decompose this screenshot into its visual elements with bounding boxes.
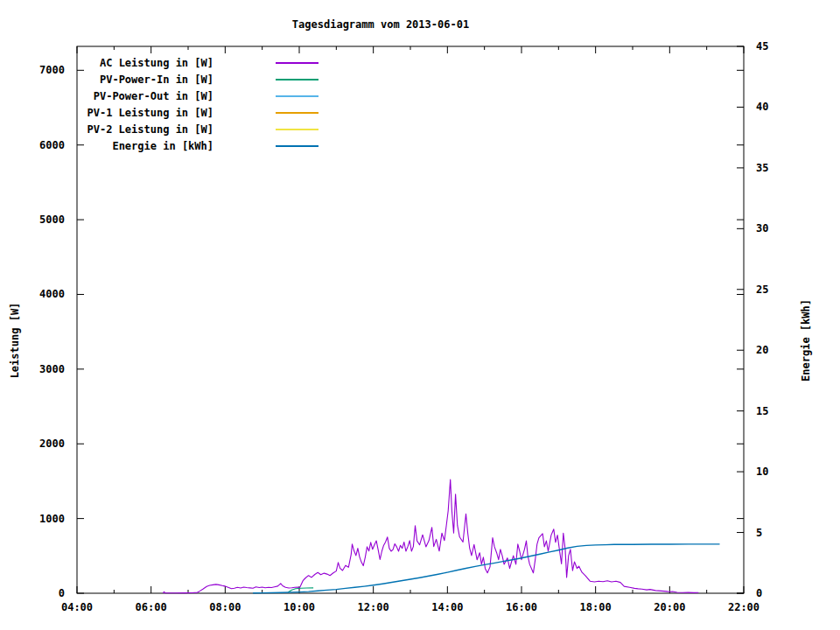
y-left-tick-label: 5000 (16, 213, 65, 227)
legend-label-pvin: PV-Power-In in [W] (52, 73, 214, 87)
legend-line-energie (276, 145, 318, 147)
legend-label-pvout: PV-Power-Out in [W] (52, 89, 214, 103)
legend-line-pvin (276, 79, 318, 80)
y-right-tick-label: 20 (756, 343, 791, 357)
legend-line-ac (276, 62, 318, 64)
y-left-tick-label: 4000 (16, 287, 65, 301)
y-left-tick-label: 0 (16, 586, 65, 600)
legend-line-pvout (276, 95, 318, 97)
x-tick-label: 14:00 (421, 600, 473, 614)
x-tick-label: 04:00 (51, 600, 103, 614)
x-tick-label: 10:00 (273, 600, 326, 614)
left-axis-title: Leistung [W] (9, 303, 21, 379)
x-tick-label: 18:00 (570, 600, 622, 614)
y-right-tick-label: 25 (756, 283, 791, 297)
x-tick-label: 22:00 (718, 600, 770, 614)
legend-line-pv2 (276, 129, 318, 130)
x-tick-label: 06:00 (125, 600, 178, 614)
y-left-tick-label: 2000 (16, 437, 65, 451)
y-right-tick-label: 40 (756, 100, 791, 114)
y-right-tick-label: 15 (756, 404, 791, 418)
legend-label-pv2: PV-2 Leistung in [W] (52, 122, 214, 136)
legend-line-pv1 (276, 112, 318, 114)
x-tick-label: 16:00 (495, 600, 548, 614)
right-axis-title: Energie [kWh] (800, 299, 812, 382)
x-tick-label: 08:00 (199, 600, 251, 614)
y-right-tick-label: 30 (756, 221, 791, 235)
gnuplot-chart: Tagesdiagramm vom 2013-06-01 04:0006:000… (0, 0, 840, 630)
legend-label-ac: AC Leistung in [W] (52, 56, 214, 70)
legend-label-energie: Energie in [kWh] (52, 139, 214, 153)
y-right-tick-label: 10 (756, 465, 791, 479)
x-tick-label: 20:00 (643, 600, 696, 614)
y-right-tick-label: 0 (756, 586, 791, 600)
y-right-tick-label: 45 (756, 39, 791, 53)
y-left-tick-label: 1000 (16, 512, 65, 526)
legend-label-pv1: PV-1 Leistung in [W] (52, 106, 214, 120)
y-right-tick-label: 5 (756, 526, 791, 540)
x-tick-label: 12:00 (347, 600, 400, 614)
y-left-tick-label: 3000 (16, 362, 65, 376)
y-right-tick-label: 35 (756, 161, 791, 175)
